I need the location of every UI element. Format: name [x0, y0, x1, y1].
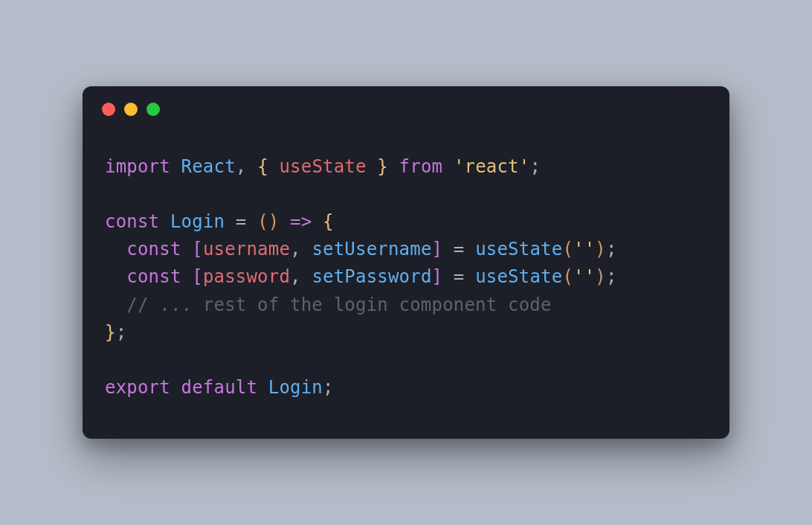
- token-keyword-from: from: [399, 156, 443, 177]
- token-equals: =: [454, 239, 465, 260]
- token-comma: ,: [290, 239, 301, 260]
- token-brace-close: }: [377, 156, 388, 177]
- token-equals: =: [236, 211, 247, 232]
- zoom-icon[interactable]: [146, 103, 160, 116]
- code-block: import React, { useState } from 'react';…: [83, 116, 729, 439]
- token-paren-open: (: [562, 266, 573, 287]
- token-var-username: username: [203, 239, 290, 260]
- token-bracket-open: [: [192, 266, 203, 287]
- token-paren-close: ): [595, 239, 606, 260]
- token-var-password: password: [203, 266, 290, 287]
- token-keyword-const: const: [126, 266, 181, 287]
- token-string-react: 'react': [454, 156, 530, 177]
- token-semicolon: ;: [529, 156, 541, 177]
- token-string-empty: '': [573, 239, 595, 260]
- token-comma: ,: [290, 266, 301, 287]
- token-comma: ,: [236, 156, 247, 177]
- token-fn-setusername: setUsername: [312, 239, 431, 260]
- token-paren-open: (: [257, 211, 268, 232]
- token-keyword-const: const: [126, 239, 181, 260]
- token-keyword-export: export: [105, 377, 170, 398]
- token-equals: =: [454, 266, 465, 287]
- token-bracket-close: ]: [432, 239, 443, 260]
- code-window: import React, { useState } from 'react';…: [83, 86, 729, 439]
- token-fn-login: Login: [268, 377, 323, 398]
- token-comment: // ... rest of the login component code: [126, 294, 551, 315]
- token-brace-close: }: [105, 322, 116, 343]
- token-string-empty: '': [573, 266, 595, 287]
- token-fn-usestate: useState: [475, 266, 562, 287]
- token-bracket-close: ]: [432, 266, 443, 287]
- token-usestate: useState: [279, 156, 366, 177]
- token-semicolon: ;: [606, 239, 617, 260]
- token-fn-usestate: useState: [475, 239, 562, 260]
- token-bracket-open: [: [192, 239, 203, 260]
- token-brace-open: {: [323, 211, 334, 232]
- token-keyword-import: import: [105, 156, 170, 177]
- token-paren-close: ): [268, 211, 280, 232]
- token-arrow: =>: [290, 211, 312, 232]
- token-semicolon: ;: [116, 322, 127, 343]
- token-keyword-default: default: [181, 377, 258, 398]
- token-semicolon: ;: [606, 266, 617, 287]
- token-keyword-const: const: [105, 211, 159, 232]
- token-type-react: React: [181, 156, 236, 177]
- minimize-icon[interactable]: [124, 103, 138, 116]
- token-paren-close: ): [595, 266, 606, 287]
- titlebar: [83, 86, 729, 116]
- token-semicolon: ;: [323, 377, 334, 398]
- token-fn-login: Login: [170, 211, 225, 232]
- token-brace-open: {: [257, 156, 268, 177]
- token-fn-setpassword: setPassword: [312, 266, 431, 287]
- token-paren-open: (: [562, 239, 573, 260]
- close-icon[interactable]: [102, 103, 115, 116]
